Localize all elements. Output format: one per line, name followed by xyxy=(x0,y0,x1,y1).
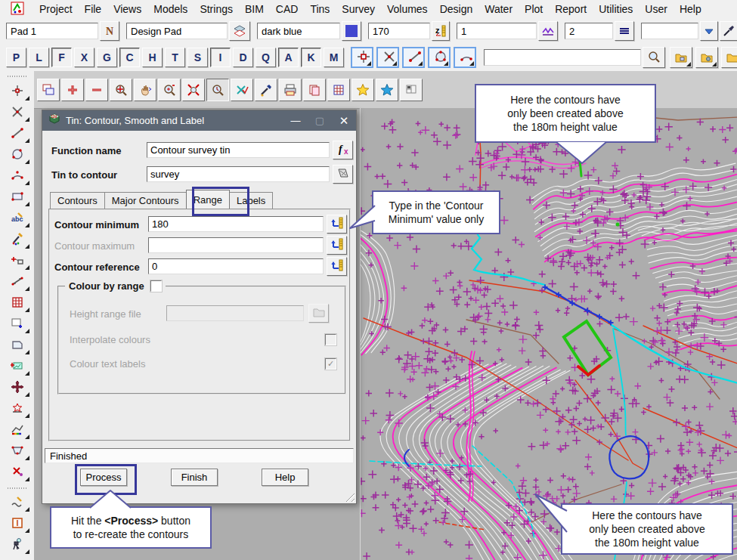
mode-button-g[interactable]: G xyxy=(97,48,117,67)
layers-button[interactable] xyxy=(229,21,250,41)
grid-view-button[interactable] xyxy=(327,79,350,101)
mode-button-i[interactable]: I xyxy=(210,48,231,67)
colour-line-button[interactable] xyxy=(5,420,30,440)
height-z-button[interactable]: z xyxy=(432,21,450,41)
menu-file[interactable]: File xyxy=(79,3,108,15)
star-yellow-button[interactable] xyxy=(351,79,374,101)
menu-models[interactable]: Models xyxy=(147,3,194,15)
note-style-button[interactable]: N xyxy=(100,21,119,41)
menu-survey[interactable]: Survey xyxy=(336,3,381,15)
mode-button-p[interactable]: P xyxy=(6,48,26,67)
menu-project[interactable]: Project xyxy=(33,3,79,15)
tab-major-contours[interactable]: Major Contours xyxy=(104,192,187,209)
function-name-input[interactable]: Contour survey tin xyxy=(147,142,330,158)
view-layout-button[interactable] xyxy=(400,79,423,101)
eyedropper-button[interactable] xyxy=(720,21,737,41)
plot-printer-button[interactable] xyxy=(279,79,302,101)
point-symbol-button[interactable] xyxy=(5,251,30,271)
search-input[interactable] xyxy=(484,49,641,66)
sketch-button[interactable] xyxy=(5,493,30,512)
search-button[interactable] xyxy=(643,47,665,68)
linestyle-button[interactable] xyxy=(538,21,558,41)
move-button[interactable] xyxy=(5,378,30,398)
contour-minimum-input[interactable]: 180 xyxy=(148,216,324,232)
toolbar-grip[interactable] xyxy=(8,74,27,79)
zoom-dynamic-button[interactable] xyxy=(158,79,181,101)
polygon-points-button[interactable] xyxy=(5,441,30,461)
colour-swatch-button[interactable] xyxy=(342,21,361,41)
star-blue-button[interactable] xyxy=(376,79,398,101)
view-plus-button[interactable] xyxy=(5,314,30,334)
height-pick-button[interactable] xyxy=(327,236,347,255)
mode-button-x[interactable]: X xyxy=(74,48,94,67)
tin-picker-button[interactable] xyxy=(333,165,353,184)
tab-labels[interactable]: Labels xyxy=(229,192,273,209)
colour-by-range-checkbox[interactable] xyxy=(150,280,162,292)
mode-button-f[interactable]: F xyxy=(51,48,72,67)
point-string-button[interactable] xyxy=(5,82,30,101)
grid-button[interactable] xyxy=(5,293,30,313)
linestyle-input[interactable]: 1 xyxy=(457,23,537,39)
menu-views[interactable]: Views xyxy=(107,3,147,15)
folder-cube-button[interactable] xyxy=(670,47,692,68)
snap-arc-button[interactable] xyxy=(454,47,476,68)
polygon-button[interactable] xyxy=(5,336,30,355)
mode-button-c[interactable]: C xyxy=(119,48,140,67)
model-input[interactable]: Design Pad xyxy=(126,23,228,39)
copy-view-button[interactable] xyxy=(303,79,326,101)
height-range-file-input[interactable] xyxy=(166,305,304,321)
tab-range[interactable]: Range xyxy=(186,190,230,209)
measure-button[interactable] xyxy=(5,272,30,292)
tab-contours[interactable]: Contours xyxy=(50,192,105,209)
mode-button-m[interactable]: M xyxy=(324,48,344,67)
contour-reference-input[interactable]: 0 xyxy=(148,258,324,274)
fx-button[interactable]: fx xyxy=(333,141,353,159)
height-pick-button[interactable] xyxy=(327,215,347,234)
zoom-previous-button[interactable] xyxy=(206,79,229,101)
line-string-button[interactable] xyxy=(5,124,30,144)
colour-text-labels-checkbox[interactable]: ✓ xyxy=(325,358,336,370)
menu-utilities[interactable]: Utilities xyxy=(593,3,639,15)
menu-bim[interactable]: BIM xyxy=(239,3,270,15)
mode-button-h[interactable]: H xyxy=(142,48,163,67)
snap-cross-button[interactable] xyxy=(376,47,399,68)
menu-cad[interactable]: CAD xyxy=(270,3,305,15)
colour-input[interactable]: dark blue xyxy=(257,23,340,39)
interface-text-button[interactable]: I xyxy=(5,514,30,534)
snap-line-button[interactable] xyxy=(402,47,425,68)
menu-user[interactable]: User xyxy=(639,3,674,15)
folder-plain-button[interactable] xyxy=(721,47,737,68)
mode-button-l[interactable]: L xyxy=(29,48,49,67)
snap-circle-button[interactable] xyxy=(428,47,451,68)
image-button[interactable] xyxy=(5,357,30,376)
mode-button-d[interactable]: D xyxy=(233,48,253,67)
pan-button[interactable] xyxy=(134,79,156,101)
zoom-extent-button[interactable] xyxy=(110,79,132,101)
contour-maximum-input[interactable] xyxy=(148,237,324,253)
resize-grip[interactable] xyxy=(343,490,355,502)
views-cascade-button[interactable] xyxy=(37,79,60,101)
mode-button-t[interactable]: T xyxy=(165,48,185,67)
process-button[interactable]: Process xyxy=(80,469,127,486)
interpolate-colours-checkbox[interactable] xyxy=(325,334,336,345)
text-string-button[interactable]: abc xyxy=(5,209,30,228)
minimize-button[interactable]: — xyxy=(283,110,308,131)
maximize-button[interactable]: ▢ xyxy=(308,110,332,131)
arc-string-button[interactable] xyxy=(5,166,30,186)
mode-button-s[interactable]: S xyxy=(187,48,208,67)
menu-plot[interactable]: Plot xyxy=(519,3,549,15)
paint-brush-button[interactable] xyxy=(5,230,30,249)
toggle-strings-button[interactable] xyxy=(231,79,253,101)
survey-instrument-button[interactable] xyxy=(5,535,30,555)
menu-volumes[interactable]: Volumes xyxy=(381,3,434,15)
cross-string-button[interactable] xyxy=(5,103,30,122)
delete-point-button[interactable] xyxy=(5,463,30,482)
height-input[interactable]: 170 xyxy=(368,23,430,39)
zoom-all-button[interactable] xyxy=(182,79,205,101)
snap-point-button[interactable] xyxy=(351,47,373,68)
close-button[interactable]: ✕ xyxy=(332,110,356,131)
symbol-input[interactable] xyxy=(641,23,698,39)
point-height-button[interactable] xyxy=(5,399,30,419)
weight-button[interactable] xyxy=(615,21,634,41)
mode-button-q[interactable]: Q xyxy=(255,48,276,67)
